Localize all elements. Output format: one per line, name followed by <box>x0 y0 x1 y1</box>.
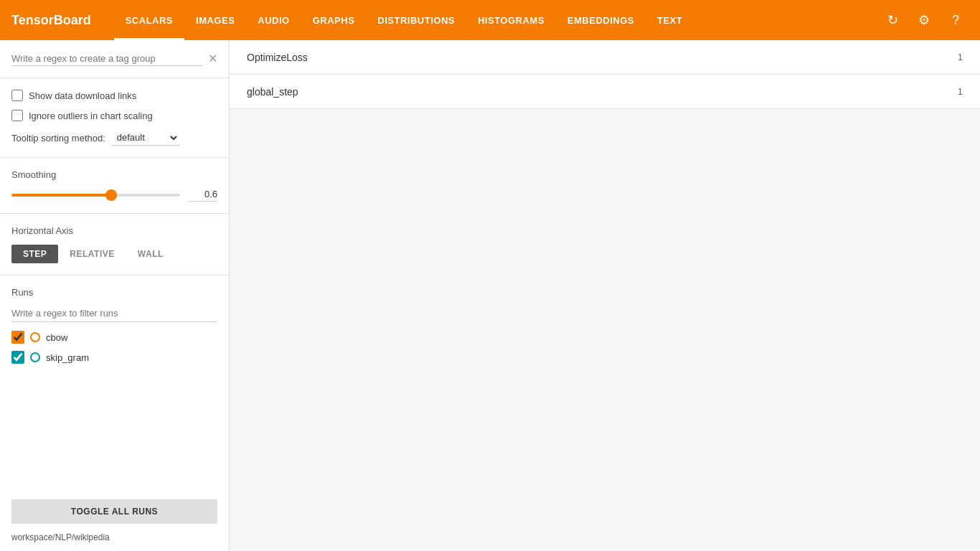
axis-buttons-group: STEP RELATIVE WALL <box>11 245 217 263</box>
tooltip-sorting-label: Tooltip sorting method: <box>11 133 105 143</box>
tooltip-sorting-select[interactable]: default ascending descending nearest <box>111 130 179 146</box>
run-items-container: cbowskip_gram <box>11 331 217 364</box>
horizontal-axis-section: Horizontal Axis STEP RELATIVE WALL <box>0 214 229 276</box>
ignore-outliers-row: Ignore outliers in chart scaling <box>11 110 217 121</box>
run-item: cbow <box>11 331 217 344</box>
nav-item-text[interactable]: TEXT <box>646 0 694 40</box>
run-color-indicator-cbow <box>30 332 40 342</box>
nav-item-graphs[interactable]: GRAPHS <box>301 0 367 40</box>
settings-button[interactable]: ⚙ <box>911 7 937 33</box>
nav-item-audio[interactable]: AUDIO <box>246 0 301 40</box>
main-layout: ✕ Show data download links Ignore outlie… <box>0 40 980 551</box>
toggle-all-runs-button[interactable]: TOGGLE ALL RUNS <box>11 499 217 524</box>
ignore-outliers-label: Ignore outliers in chart scaling <box>29 110 153 121</box>
smoothing-section: Smoothing 0.6 <box>0 158 229 214</box>
nav-item-images[interactable]: IMAGES <box>184 0 246 40</box>
header-actions: ↻ ⚙ ? <box>880 7 969 33</box>
options-section: Show data download links Ignore outliers… <box>0 78 229 158</box>
main-nav: SCALARSIMAGESAUDIOGRAPHSDISTRIBUTIONSHIS… <box>114 0 880 40</box>
tag-group-row: ✕ <box>11 52 217 66</box>
nav-item-histograms[interactable]: HISTOGRAMS <box>466 0 556 40</box>
axis-step-button[interactable]: STEP <box>11 245 58 263</box>
nav-item-distributions[interactable]: DISTRIBUTIONS <box>366 0 466 40</box>
show-data-links-row: Show data download links <box>11 90 217 101</box>
axis-relative-button[interactable]: RELATIVE <box>58 245 126 263</box>
tag-group-input[interactable] <box>11 52 202 66</box>
tag-group-section: ✕ <box>0 40 229 78</box>
run-name-skip_gram: skip_gram <box>46 352 89 363</box>
content-area: OptimizeLoss1global_step1 <box>230 40 980 551</box>
tag-name: global_step <box>247 86 958 98</box>
tags-container: OptimizeLoss1global_step1 <box>230 40 980 109</box>
sidebar: ✕ Show data download links Ignore outlie… <box>0 40 230 551</box>
run-item: skip_gram <box>11 351 217 364</box>
app-logo: TensorBoard <box>11 13 91 28</box>
run-color-indicator-skip_gram <box>30 352 40 362</box>
run-name-cbow: cbow <box>46 332 67 343</box>
nav-item-scalars[interactable]: SCALARS <box>114 0 184 40</box>
show-data-links-label: Show data download links <box>29 90 136 101</box>
tag-row[interactable]: OptimizeLoss1 <box>230 40 980 75</box>
run-checkbox-skip_gram[interactable] <box>11 351 24 364</box>
workspace-path: workspace/NLP/wikipedia <box>0 529 229 551</box>
smoothing-row: 0.6 <box>11 189 217 202</box>
smoothing-title: Smoothing <box>11 169 217 180</box>
smoothing-slider-container <box>11 194 180 197</box>
horizontal-axis-title: Horizontal Axis <box>11 225 217 236</box>
help-button[interactable]: ? <box>943 7 969 33</box>
run-checkbox-cbow[interactable] <box>11 331 24 344</box>
runs-section: Runs cbowskip_gram <box>0 276 229 499</box>
runs-title: Runs <box>11 287 217 298</box>
tooltip-sorting-row: Tooltip sorting method: default ascendin… <box>11 130 217 146</box>
axis-wall-button[interactable]: WALL <box>126 245 175 263</box>
tag-row[interactable]: global_step1 <box>230 75 980 109</box>
nav-item-embeddings[interactable]: EMBEDDINGS <box>556 0 646 40</box>
tag-name: OptimizeLoss <box>247 52 958 63</box>
refresh-button[interactable]: ↻ <box>880 7 905 33</box>
header: TensorBoard SCALARSIMAGESAUDIOGRAPHSDIST… <box>0 0 980 40</box>
clear-tag-group-button[interactable]: ✕ <box>208 53 217 65</box>
smoothing-value: 0.6 <box>189 189 217 202</box>
ignore-outliers-checkbox[interactable] <box>11 110 23 121</box>
smoothing-slider[interactable] <box>11 194 180 197</box>
tag-count: 1 <box>958 52 963 62</box>
runs-filter-input[interactable] <box>11 306 217 322</box>
tag-count: 1 <box>958 86 963 97</box>
show-data-links-checkbox[interactable] <box>11 90 23 101</box>
